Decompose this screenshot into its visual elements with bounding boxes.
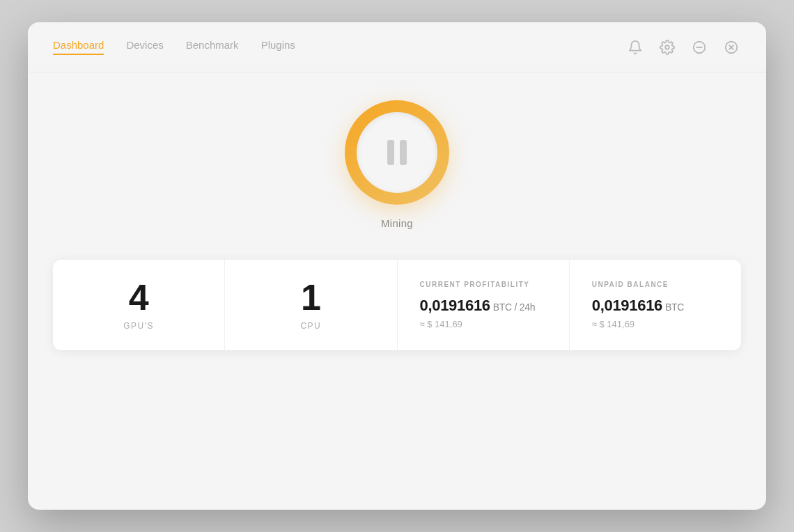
nav-plugins[interactable]: Plugins	[261, 39, 295, 55]
profitability-unit: BTC / 24h	[493, 302, 535, 313]
stat-profitability: CURRENT PROFITABILITY 0,0191616BTC / 24h…	[398, 260, 570, 350]
stat-balance: UNPAID BALANCE 0,0191616BTC ≈ $ 141,69	[570, 260, 741, 350]
nav-dashboard[interactable]: Dashboard	[53, 39, 104, 55]
mining-label: Mining	[381, 217, 413, 229]
pause-bar-left	[387, 140, 394, 165]
svg-point-0	[665, 45, 669, 49]
close-icon[interactable]	[722, 38, 741, 57]
mining-button-inner	[357, 112, 437, 193]
stat-gpus: 4 GPU'S	[53, 260, 225, 350]
balance-section-label: UNPAID BALANCE	[592, 281, 669, 288]
nav-devices[interactable]: Devices	[126, 39, 163, 55]
app-window: Dashboard Devices Benchmark Plugins	[28, 22, 766, 510]
settings-icon[interactable]	[657, 38, 677, 57]
nav-actions	[625, 38, 741, 57]
balance-approx: ≈ $ 141,69	[592, 319, 635, 329]
main-content: Mining 4 GPU'S 1 CPU CURRENT PROFITABILI…	[28, 72, 766, 510]
profitability-approx: ≈ $ 141,69	[420, 319, 462, 329]
gpu-count: 4	[129, 279, 149, 315]
cpu-label: CPU	[300, 321, 321, 331]
stat-cpu: 1 CPU	[225, 260, 397, 350]
stats-row: 4 GPU'S 1 CPU CURRENT PROFITABILITY 0,01…	[53, 260, 741, 350]
notification-icon[interactable]	[625, 38, 645, 57]
mining-section: Mining	[345, 100, 449, 229]
balance-unit: BTC	[665, 302, 684, 313]
balance-value: 0,0191616BTC	[592, 297, 684, 315]
nav-benchmark[interactable]: Benchmark	[186, 39, 239, 55]
nav-bar: Dashboard Devices Benchmark Plugins	[28, 22, 766, 72]
minimize-icon[interactable]	[690, 38, 709, 57]
gpu-label: GPU'S	[123, 321, 154, 331]
profitability-value: 0,0191616BTC / 24h	[420, 297, 536, 315]
profitability-section-label: CURRENT PROFITABILITY	[420, 281, 530, 288]
cpu-count: 1	[301, 279, 321, 315]
pause-icon	[387, 140, 407, 165]
mining-toggle-button[interactable]	[345, 100, 449, 205]
nav-links: Dashboard Devices Benchmark Plugins	[53, 39, 295, 55]
pause-bar-right	[400, 140, 407, 165]
